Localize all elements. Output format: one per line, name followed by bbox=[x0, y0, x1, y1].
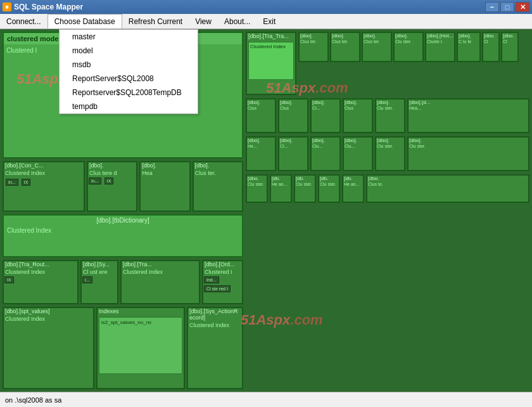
sc-2[interactable]: [dbo]. Clus ter. bbox=[330, 32, 360, 62]
menu-choose-database[interactable]: Choose Database bbox=[48, 14, 122, 29]
sc-4[interactable]: [dbo]. Clu ster. bbox=[393, 32, 424, 62]
db-tempdb[interactable]: tempdb bbox=[60, 100, 198, 113]
sc-r2-4[interactable]: [dbo]. Clus bbox=[343, 98, 373, 133]
sc-r3-2[interactable]: [dbo]. Cl... bbox=[278, 136, 308, 171]
sc-r3-1[interactable]: [dbo]. He... bbox=[246, 136, 276, 171]
cell-spt-index[interactable]: Indexes ix2_spt_values_nu_nc bbox=[96, 307, 185, 389]
sc-8[interactable]: [dbo. Cl bbox=[501, 32, 519, 62]
menu-refresh[interactable]: Refresh Current bbox=[122, 14, 189, 29]
ix-badge-ord: Ind... bbox=[204, 276, 219, 283]
window-controls: − □ ✕ bbox=[485, 2, 529, 12]
bottom-row-left: [dbo].[Tra_Rout... Clustered Index IX [d… bbox=[3, 260, 243, 304]
right-row-1: [dbo].[Tra_Tra... Clustered Index [dbo].… bbox=[246, 32, 529, 95]
ix-badge-2: IX bbox=[22, 179, 31, 186]
menu-view[interactable]: View bbox=[189, 14, 218, 29]
menu-connect[interactable]: Connect... bbox=[0, 14, 48, 29]
cell-spt-values[interactable]: [dbo].[spt_values] Clustered Index bbox=[3, 307, 94, 389]
title-bar: ■ SQL Space Mapper − □ ✕ bbox=[0, 0, 532, 14]
cell-mid-3[interactable]: [dbo]. Clus ter. bbox=[193, 161, 243, 212]
close-button[interactable]: ✕ bbox=[516, 2, 529, 12]
sc-r2-5[interactable]: [dbo]. Clu ster. bbox=[375, 98, 405, 133]
sc-r4-2[interactable]: [db. He an... bbox=[270, 174, 292, 203]
sc-r3-5[interactable]: [dbo]. Clu ster. bbox=[375, 136, 405, 171]
sc-r4-1[interactable]: [dbo. Clu ster. bbox=[246, 174, 268, 203]
db-reportservertemp[interactable]: Reportserver$SQL2008TempDB bbox=[60, 86, 198, 100]
db-reportserver[interactable]: ReportServer$SQL2008 bbox=[60, 72, 198, 86]
right-column: [dbo].[Tra_Tra... Clustered Index [dbo].… bbox=[246, 32, 529, 389]
menu-bar: Connect... Choose Database Refresh Curre… bbox=[0, 14, 532, 29]
ix-badge-rout: IX bbox=[4, 276, 14, 283]
right-row-3: [dbo]. He... [dbo]. Cl... [dbo]. Clu... … bbox=[246, 136, 529, 171]
cell-tra-tra-inner: Clustered Index bbox=[248, 42, 294, 80]
sc-r2-2[interactable]: [dbo]. Clus bbox=[278, 98, 308, 133]
minimize-button[interactable]: − bbox=[485, 2, 499, 12]
menu-exit[interactable]: Exit bbox=[256, 14, 282, 29]
ix-badge-mid2: IX bbox=[104, 178, 114, 184]
small-cells-row1: [dbo]. Clus ter. [dbo]. Clus ter. [dbo].… bbox=[298, 32, 529, 95]
watermark-2: 51Aspx.com bbox=[23, 254, 105, 257]
cell-sys-action[interactable]: [dbo].[Sys_ActionRecord] Clustered Index bbox=[187, 307, 243, 389]
ix-badge-mid: In... bbox=[89, 178, 101, 184]
cell-tbDictionary-title: [dbo].[tbDictionary] bbox=[4, 216, 242, 225]
right-row-2: [dbo]. Clus [dbo]. Clus [dbo]. Cl... [db… bbox=[246, 98, 529, 133]
cell-tra-tra[interactable]: [dbo].[Tra_Tra... Clustered Index bbox=[246, 32, 296, 95]
maximize-button[interactable]: □ bbox=[500, 2, 514, 12]
row-con: [dbo].[Con_C... Clustered Index In... IX… bbox=[3, 161, 243, 212]
status-text: on .\sql2008 as sa bbox=[5, 396, 61, 404]
sc-r2-3[interactable]: [dbo]. Cl... bbox=[310, 98, 341, 133]
sc-r3-4[interactable]: [dbo]. Clu... bbox=[343, 136, 373, 171]
menu-about[interactable]: About... bbox=[218, 14, 256, 29]
cell-tbDictionary[interactable]: [dbo].[tbDictionary] Clustered Index 51A… bbox=[3, 214, 243, 257]
cell-mid-1[interactable]: [dbo]. Clus tere d In... IX bbox=[87, 161, 137, 212]
app-icon: ■ bbox=[3, 3, 11, 11]
ix-badge-sys: I... bbox=[82, 276, 92, 283]
cell-tbDictionary-label: Clustered Index bbox=[4, 225, 242, 236]
cell-sys[interactable]: [dbo].[Sy... Cl ust ere I... bbox=[80, 260, 118, 304]
sc-r4-4[interactable]: [db. Clu ster. bbox=[318, 174, 340, 203]
sc-r2-1[interactable]: [dbo]. Clus bbox=[246, 98, 276, 133]
app-title: SQL Space Mapper bbox=[14, 3, 83, 11]
database-dropdown: master model msdb ReportServer$SQL2008 R… bbox=[59, 29, 198, 114]
sc-6[interactable]: [dbo]. C lu te bbox=[457, 32, 481, 62]
cell-spt-index-value: ix2_spt_values_nu_nc bbox=[99, 317, 182, 374]
sc-r2-6[interactable]: [dbo].[d... Hea... bbox=[407, 98, 529, 133]
sc-r4-6[interactable]: [dbo. Clus te. bbox=[366, 174, 529, 203]
sc-r4-5[interactable]: [db. He an... bbox=[342, 174, 364, 203]
db-msdb[interactable]: msdb bbox=[60, 58, 198, 72]
sc-r3-6[interactable]: [dbo]. Clu ster. bbox=[407, 136, 529, 171]
sc-r4-3[interactable]: [db. Clu ster. bbox=[294, 174, 316, 203]
cell-db-tra[interactable]: [dbo].[Tra... Clustered Index bbox=[120, 260, 200, 304]
ix-badge-ord2: Cl ste red I bbox=[204, 285, 231, 292]
cell-con-c[interactable]: [dbo].[Con_C... Clustered Index In... IX bbox=[3, 161, 85, 212]
in-badge: In... bbox=[6, 179, 18, 186]
status-bar: on .\sql2008 as sa bbox=[0, 392, 532, 407]
bottom-spt-row: [dbo].[spt_values] Clustered Index Index… bbox=[3, 307, 243, 389]
sc-7[interactable]: [dbo. Cl bbox=[482, 32, 500, 62]
right-row-4: [dbo. Clu ster. [db. He an... [db. Clu s… bbox=[246, 174, 529, 203]
db-model[interactable]: model bbox=[60, 44, 198, 58]
sc-5[interactable]: [dbo].[Hot... Cluste r. bbox=[425, 32, 455, 62]
sc-1[interactable]: [dbo]. Clus ter. bbox=[298, 32, 329, 62]
cell-mid-2[interactable]: [dbo]. Hea bbox=[139, 161, 190, 212]
cell-ord[interactable]: [dbo].[Ord... Clustered I Ind... Cl ste … bbox=[202, 260, 243, 304]
cell-tra-rout[interactable]: [dbo].[Tra_Rout... Clustered Index IX bbox=[3, 260, 79, 304]
sc-3[interactable]: [dbo]. Clus ter. bbox=[362, 32, 392, 62]
db-master[interactable]: master bbox=[60, 30, 198, 44]
sc-r3-3[interactable]: [dbo]. Clu... bbox=[310, 136, 341, 171]
